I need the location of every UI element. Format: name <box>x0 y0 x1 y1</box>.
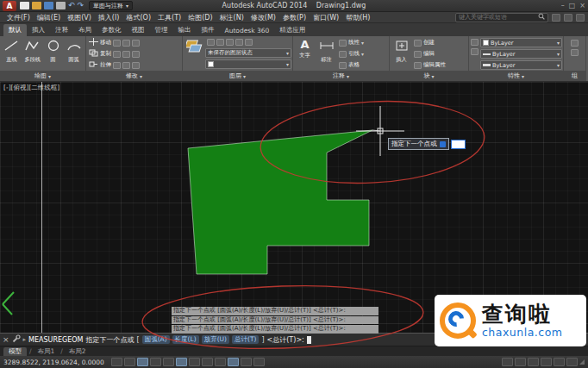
table-button[interactable]: 表格 <box>337 59 388 71</box>
chamfer-icon[interactable] <box>122 51 130 58</box>
ribbon-tab-manage[interactable]: 管理 <box>150 24 173 36</box>
lineweight-dropdown[interactable]: ByLayer ▾ <box>480 60 562 70</box>
ribbon-tab-home[interactable]: 默认 <box>3 24 27 36</box>
object-snap-tracking-toggle[interactable] <box>202 358 213 366</box>
copy-button[interactable]: 复制 <box>87 48 181 59</box>
tab-layout2[interactable]: 布局2 <box>66 347 90 356</box>
erase-icon[interactable] <box>122 62 130 69</box>
panel-label-draw[interactable]: 绘图 ▾ <box>0 71 85 81</box>
panel-label-modify[interactable]: 修改 ▾ <box>86 71 182 81</box>
fillet-icon[interactable] <box>132 40 140 47</box>
edit-attributes-button[interactable]: 编辑属性 <box>412 59 467 71</box>
ribbon-tab-layout[interactable]: 布局 <box>73 24 97 36</box>
object-snap-toggle[interactable] <box>176 358 187 366</box>
arc-button[interactable]: 圆弧 <box>64 37 84 71</box>
cleanscreen-icon[interactable] <box>566 358 578 366</box>
search-icon[interactable] <box>538 13 545 22</box>
mirror-icon[interactable] <box>113 51 121 58</box>
array-icon[interactable] <box>132 51 140 58</box>
layer-state-dropdown[interactable]: 未保存的图层状态 ▾ <box>205 48 291 58</box>
workspace-status-icon[interactable] <box>554 358 565 366</box>
layer-properties-button[interactable] <box>184 37 205 71</box>
open-file-icon[interactable] <box>32 2 41 9</box>
model-space-button[interactable] <box>502 358 513 366</box>
plot-icon[interactable] <box>56 2 66 9</box>
group-icon[interactable] <box>571 40 579 47</box>
workspace-switcher[interactable]: 草图与注释 ▾ <box>89 1 133 10</box>
drawn-polyline-shape[interactable] <box>188 130 372 274</box>
option-arc[interactable]: 圆弧(A) <box>142 335 170 344</box>
layer-lock-icon[interactable] <box>235 39 243 46</box>
resize-grip[interactable] <box>579 359 585 365</box>
annotation-scale-button[interactable] <box>541 358 552 366</box>
text-button[interactable]: A 文字 <box>294 37 316 71</box>
ribbon-tab-annotate[interactable]: 注释 <box>50 24 73 36</box>
insert-block-button[interactable]: 插入 <box>391 37 412 71</box>
menu-insert[interactable]: 插入(I) <box>95 13 123 22</box>
sign-in-icon[interactable] <box>552 14 560 22</box>
help-search[interactable] <box>455 13 548 22</box>
edit-block-button[interactable]: 编辑 <box>412 48 467 59</box>
circle-button[interactable]: 圆 <box>43 37 64 71</box>
create-block-button[interactable]: 创建 <box>412 37 467 48</box>
ribbon-tab-view[interactable]: 视图 <box>127 24 150 36</box>
menu-edit[interactable]: 编辑(E) <box>34 13 64 22</box>
match-properties-icon[interactable] <box>471 39 479 46</box>
ribbon-tab-featured-apps[interactable]: 精选应用 <box>274 24 310 36</box>
save-icon[interactable] <box>44 2 53 9</box>
dynamic-input-field[interactable] <box>451 140 466 149</box>
leader-button[interactable]: 引线 ▾ <box>337 48 388 59</box>
menu-view[interactable]: 视图(V) <box>64 13 95 22</box>
ribbon-tab-parametric[interactable]: 参数化 <box>97 24 127 36</box>
ortho-mode-toggle[interactable] <box>150 358 161 366</box>
layer-freeze-icon[interactable] <box>226 39 234 46</box>
scale-icon[interactable] <box>113 62 121 69</box>
menu-format[interactable]: 格式(O) <box>122 13 154 22</box>
ribbon-tab-a360[interactable]: Autodesk 360 <box>220 25 275 36</box>
dynamic-input-toggle[interactable] <box>228 358 239 366</box>
grid-display-toggle[interactable] <box>137 358 148 366</box>
transparency-toggle[interactable] <box>253 358 265 366</box>
line-button[interactable]: 直线 <box>1 37 22 71</box>
new-file-icon[interactable] <box>20 2 29 9</box>
properties-palette-icon[interactable] <box>471 48 479 55</box>
option-total[interactable]: 总计(T) <box>232 335 259 344</box>
exchange-apps-icon[interactable] <box>564 14 572 22</box>
panel-label-layers[interactable]: 图层 ▾ <box>183 71 292 81</box>
stretch-button[interactable]: 拉伸 <box>87 59 181 71</box>
tab-model[interactable]: 模型 <box>3 347 27 356</box>
menu-file[interactable]: 文件(F) <box>3 13 34 22</box>
customize-commandline-icon[interactable] <box>12 334 21 345</box>
layer-dropdown[interactable]: ▾ <box>205 59 291 69</box>
object-color-dropdown[interactable]: ByLayer ▾ <box>480 38 562 47</box>
close-commandline-icon[interactable]: × <box>3 335 9 344</box>
menu-parametric[interactable]: 参数(P) <box>279 13 310 22</box>
panel-label-groups[interactable]: 组 <box>564 71 585 81</box>
layer-off-icon[interactable] <box>207 39 215 46</box>
ribbon-tab-plugins[interactable]: 插件 <box>197 24 220 36</box>
lineweight-toggle[interactable] <box>241 358 252 366</box>
polyline-button[interactable]: 多段线 <box>22 37 42 71</box>
linear-dimension-button[interactable]: 线性 ▾ <box>337 37 388 48</box>
infer-constraints-toggle[interactable] <box>111 358 122 366</box>
menu-dimension[interactable]: 标注(N) <box>216 13 247 22</box>
panel-label-block[interactable]: 块 ▾ <box>390 71 468 81</box>
quick-view-drawings-icon[interactable] <box>528 358 539 366</box>
snap-mode-toggle[interactable] <box>124 358 135 366</box>
menu-help[interactable]: 帮助(H) <box>342 13 373 22</box>
help-icon[interactable] <box>576 14 585 22</box>
layer-isolate-icon[interactable] <box>216 39 224 46</box>
option-length[interactable]: 长度(L) <box>172 335 199 344</box>
ribbon-tab-output[interactable]: 输出 <box>173 24 197 36</box>
application-menu-button[interactable]: A <box>3 1 16 11</box>
dimension-button[interactable]: 标注 <box>316 37 337 71</box>
close-button[interactable]: × <box>579 2 585 9</box>
menu-modify[interactable]: 修改(M) <box>247 13 279 22</box>
trim-icon[interactable] <box>122 40 130 47</box>
minimize-button[interactable]: – <box>561 2 565 9</box>
rotate-icon[interactable] <box>113 40 121 47</box>
polar-tracking-toggle[interactable] <box>163 358 174 366</box>
ribbon-tab-insert[interactable]: 插入 <box>27 24 50 36</box>
undo-icon[interactable]: ↶ <box>68 2 75 9</box>
explode-icon[interactable] <box>132 62 140 69</box>
